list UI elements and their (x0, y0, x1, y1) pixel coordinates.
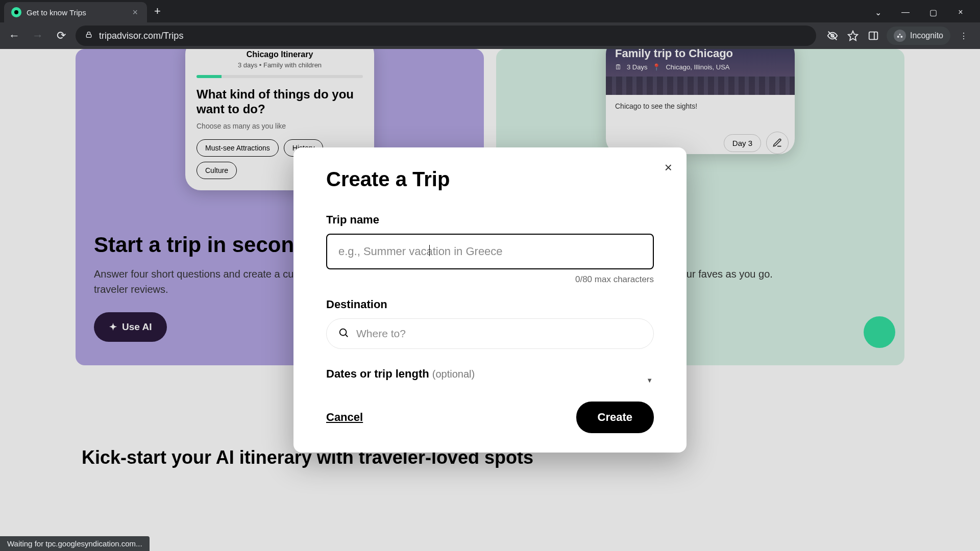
destination-field-wrap[interactable] (326, 318, 654, 349)
create-button[interactable]: Create (576, 402, 654, 433)
close-tab-icon[interactable]: × (130, 7, 140, 18)
dates-label-text: Dates or trip length (326, 367, 429, 380)
modal-title: Create a Trip (326, 168, 654, 191)
browser-tab[interactable]: Get to know Trips × (4, 2, 147, 22)
eye-off-icon[interactable] (825, 29, 840, 43)
create-trip-modal: × Create a Trip Trip name 0/80 max chara… (293, 147, 687, 453)
incognito-badge[interactable]: Incognito (887, 27, 950, 45)
modal-scroll-area[interactable]: Create a Trip Trip name 0/80 max charact… (293, 147, 687, 384)
lock-icon (85, 31, 93, 41)
incognito-icon (894, 30, 906, 42)
close-window-button[interactable]: × (951, 8, 970, 17)
back-button[interactable]: ← (5, 27, 23, 45)
kebab-menu-icon[interactable]: ⋮ (957, 29, 971, 43)
svg-point-6 (340, 329, 347, 336)
status-bar: Waiting for tpc.googlesyndication.com... (0, 536, 150, 551)
browser-toolbar: ← → ⟳ tripadvisor.com/Trips Incogni (0, 22, 980, 49)
char-counter: 0/80 max characters (326, 274, 654, 285)
cancel-button[interactable]: Cancel (326, 411, 363, 424)
trip-name-label: Trip name (326, 213, 654, 227)
destination-label: Destination (326, 298, 654, 311)
svg-rect-0 (86, 34, 91, 37)
minimize-button[interactable]: — (896, 8, 915, 17)
svg-rect-4 (869, 32, 878, 40)
address-bar[interactable]: tripadvisor.com/Trips (76, 26, 816, 46)
new-tab-button[interactable]: + (147, 1, 168, 21)
browser-titlebar: Get to know Trips × + ⌄ — ▢ × (0, 0, 980, 22)
tab-search-icon[interactable]: ⌄ (869, 8, 887, 17)
tripadvisor-favicon-icon (11, 7, 21, 17)
search-icon (338, 327, 349, 340)
dates-optional: (optional) (432, 368, 475, 380)
side-panel-icon[interactable] (866, 29, 880, 43)
text-caret (429, 245, 430, 256)
url-text: tripadvisor.com/Trips (99, 31, 183, 41)
modal-overlay: × Create a Trip Trip name 0/80 max chara… (0, 49, 980, 551)
svg-line-7 (346, 335, 348, 337)
tab-title: Get to know Trips (27, 8, 125, 17)
incognito-label: Incognito (910, 31, 943, 40)
destination-input[interactable] (356, 328, 642, 340)
svg-marker-3 (848, 31, 857, 40)
maximize-button[interactable]: ▢ (924, 8, 942, 17)
reload-button[interactable]: ⟳ (52, 27, 70, 45)
bookmark-star-icon[interactable] (846, 29, 860, 43)
forward-button[interactable]: → (29, 27, 47, 45)
trip-name-input[interactable] (326, 234, 654, 269)
